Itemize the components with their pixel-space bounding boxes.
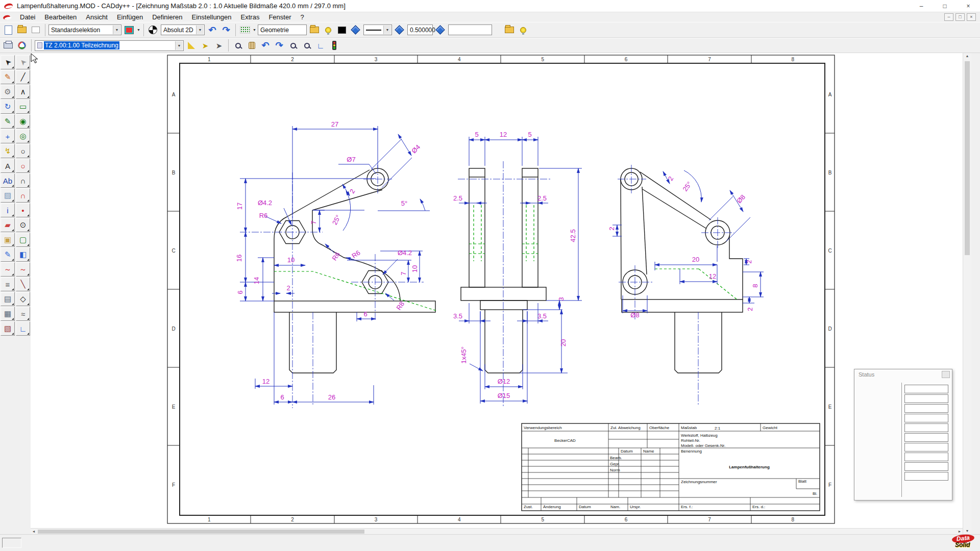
palette-clipboard-tool[interactable]: ▧ [1, 321, 15, 336]
line-style-apply-button[interactable] [394, 24, 406, 36]
palette-freehand-tool[interactable]: ≈ [16, 307, 30, 321]
coordinate-mode-combo[interactable]: Absolut 2D▼ [161, 24, 205, 35]
minimize-button[interactable]: – [910, 0, 933, 12]
layer-name-field[interactable]: Geometrie [258, 24, 307, 35]
palette-text-tool[interactable]: Ab [1, 173, 15, 188]
palette-image-tool[interactable]: ▦ [1, 307, 15, 321]
palette-label-tool[interactable]: A [1, 159, 15, 173]
palette-arc-3p-tool[interactable]: ∩ [16, 188, 30, 203]
palette-edit-pencil-tool[interactable]: ✎ [1, 70, 15, 84]
color-select-button[interactable] [123, 24, 135, 36]
line-style-combo[interactable]: ▼ [363, 24, 392, 35]
line-color-button[interactable] [336, 24, 348, 36]
drawing-canvas[interactable]: 1122334455667788AABBCCDDEEFF [31, 53, 963, 528]
menu-item-extras[interactable]: Extras [236, 13, 264, 21]
mdi-close-button[interactable]: × [967, 13, 976, 21]
palette-button[interactable] [16, 39, 28, 52]
line-color-apply-button[interactable] [350, 24, 362, 36]
new-file-button[interactable] [2, 24, 14, 36]
palette-rotate-tool[interactable]: ↻ [1, 99, 15, 114]
setsquare-button[interactable] [185, 39, 198, 52]
palette-hatch-tool[interactable]: ▨ [1, 188, 15, 203]
zoom-extents-button[interactable] [301, 39, 313, 52]
palette-select-open-tool[interactable]: ➤ [16, 55, 30, 69]
palette-spline-tool[interactable]: ～ [16, 262, 30, 277]
status-window[interactable]: Status [854, 369, 952, 500]
layer-visibility-button[interactable] [322, 24, 334, 36]
status-close-button[interactable] [942, 371, 950, 378]
maximize-button[interactable]: □ [933, 0, 957, 12]
line-width-apply-button[interactable] [434, 24, 447, 36]
menu-item-einstellungen[interactable]: Einstellungen [187, 13, 236, 21]
layer-open-button[interactable] [308, 24, 321, 36]
palette-info-tool[interactable]: i [1, 203, 15, 217]
line-width-field[interactable]: 0.500000 [407, 24, 433, 35]
grid-dropdown-arrow[interactable]: ▼ [253, 28, 256, 32]
palette-polyline-tool[interactable]: ∧ [16, 85, 30, 99]
palette-line-tool[interactable]: ╱ [16, 70, 30, 84]
palette-circle-tool[interactable]: ○ [16, 144, 30, 158]
chevron-down-icon[interactable]: ▼ [196, 26, 204, 34]
palette-bucket-tool[interactable]: ▣ [1, 233, 15, 247]
menu-item-einfgen[interactable]: Einfügen [112, 13, 148, 21]
palette-circle-3p-tool[interactable]: ○ [16, 159, 30, 173]
chevron-down-icon[interactable]: ▼ [383, 26, 391, 34]
menu-item-definieren[interactable]: Definieren [148, 13, 187, 21]
palette-circle-center-tool[interactable]: ◎ [16, 129, 30, 143]
scroll-down-icon[interactable]: ▼ [964, 528, 970, 534]
palette-ellipse-tool[interactable]: ⊙ [16, 218, 30, 232]
horizontal-scroll-thumb[interactable] [38, 530, 364, 534]
palette-rectangle-tool[interactable]: ▭ [16, 99, 30, 114]
palette-eraser-tool[interactable]: ▰ [1, 218, 15, 232]
pick-lamp-button[interactable]: ➤ [199, 39, 211, 52]
palette-dimension-tool[interactable]: ↯ [1, 144, 15, 158]
mdi-restore-button[interactable]: □ [955, 13, 965, 21]
open-file-button[interactable] [16, 24, 28, 36]
sheet-combo[interactable]: TZ 2.00:1.00 Teilzeichnung▼ [35, 40, 184, 51]
chevron-down-icon[interactable]: ▼ [175, 41, 183, 50]
grid-toggle-button[interactable] [239, 24, 251, 36]
menu-item-datei[interactable]: Datei [15, 13, 40, 21]
palette-rounded-rect-tool[interactable]: ▢ [16, 233, 30, 247]
print-button[interactable] [2, 39, 14, 52]
vertical-scrollbar[interactable]: ▲ ▼ [963, 53, 971, 534]
zoom-window-button[interactable] [232, 39, 244, 52]
menu-item-ansicht[interactable]: Ansicht [81, 13, 112, 21]
save-file-button[interactable] [30, 24, 42, 36]
attribute-field[interactable] [448, 24, 492, 35]
view-previous-button[interactable]: ↶ [259, 39, 272, 52]
palette-fill-tool[interactable]: ◧ [16, 247, 30, 262]
scroll-up-icon[interactable]: ▲ [964, 53, 970, 59]
palette-pen-tool[interactable]: ✎ [1, 247, 15, 262]
pan-button[interactable] [246, 39, 258, 52]
select-arrow-button[interactable]: ➤ [213, 39, 225, 52]
palette-copy-tool[interactable]: ▤ [1, 292, 15, 306]
palette-point-tool[interactable]: • [16, 203, 30, 217]
menu-item-hilfe[interactable]: ? [296, 13, 308, 21]
color-dropdown-arrow[interactable]: ▼ [137, 28, 140, 32]
palette-measure-tool[interactable]: ∟ [16, 321, 30, 336]
palette-curve-tool[interactable]: ～ [1, 262, 15, 277]
palette-diagonal-tool[interactable]: ╲ [16, 277, 30, 291]
palette-contour-tool[interactable]: ◇ [16, 292, 30, 306]
zoom-all-button[interactable] [287, 39, 299, 52]
mdi-minimize-button[interactable]: – [944, 13, 953, 21]
palette-select-tool[interactable]: ➤ [1, 55, 15, 69]
chevron-down-icon[interactable]: ▼ [113, 26, 120, 34]
group-visibility-button[interactable] [517, 24, 529, 36]
view-next-button[interactable]: ↷ [273, 39, 285, 52]
palette-settings-tool[interactable]: ⚙ [1, 85, 15, 99]
selection-mode-combo[interactable]: Standardselektion▼ [48, 24, 121, 35]
menu-item-bearbeiten[interactable]: Bearbeiten [40, 13, 81, 21]
menu-item-fenster[interactable]: Fenster [264, 13, 296, 21]
palette-polygon-tool[interactable]: ◉ [16, 114, 30, 129]
close-button[interactable]: × [957, 0, 980, 12]
redraw-button[interactable] [328, 39, 340, 52]
palette-draw-pencil-tool[interactable]: ✎ [1, 114, 15, 129]
palette-lines-tool[interactable]: ≡ [1, 277, 15, 291]
corner-button[interactable]: ∟ [314, 39, 327, 52]
vertical-scroll-thumb[interactable] [965, 61, 970, 255]
palette-arc-tool[interactable]: ∩ [16, 173, 30, 188]
group-folder-button[interactable] [503, 24, 516, 36]
redo-button[interactable]: ↷ [220, 24, 232, 36]
